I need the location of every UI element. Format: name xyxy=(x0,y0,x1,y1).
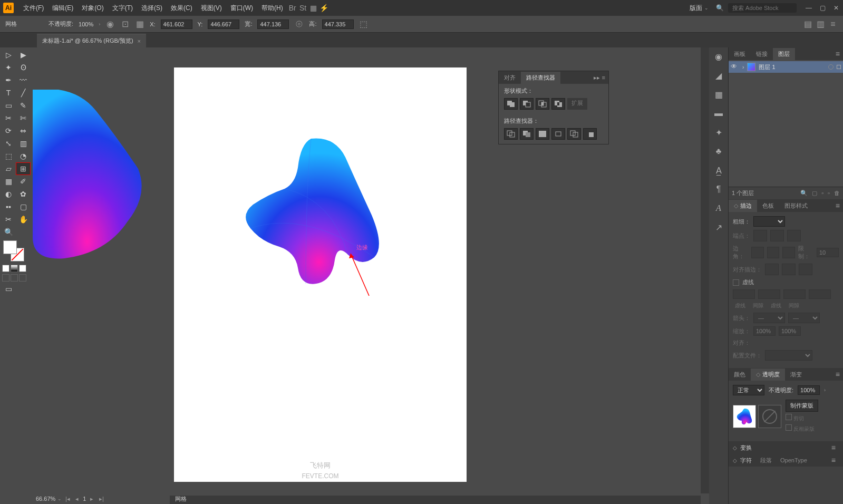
pen-tool[interactable]: ✒ xyxy=(1,74,16,86)
prefs-icon[interactable]: ▥ xyxy=(816,20,825,29)
document-tab[interactable]: 未标题-1.ai* @ 66.67% (RGB/预览) × xyxy=(37,34,146,47)
tab-links[interactable]: 链接 xyxy=(751,48,773,60)
search-stock-input[interactable] xyxy=(728,3,797,13)
glyphs-dock-icon[interactable]: A xyxy=(713,202,724,214)
last-page-icon[interactable]: ▸| xyxy=(98,496,105,502)
blend-tool[interactable]: ◐ xyxy=(1,188,16,200)
panel-collapse-icon[interactable]: ▸▸ xyxy=(594,74,600,81)
rectangle-tool[interactable]: ▭ xyxy=(1,99,16,112)
make-mask-button[interactable]: 制作蒙版 xyxy=(786,400,818,412)
symbols-dock-icon[interactable]: ✦ xyxy=(713,127,724,138)
link-wh-icon[interactable]: ⦾ xyxy=(294,20,304,29)
unite-button[interactable] xyxy=(504,98,518,110)
transform-icon[interactable]: ⊡ xyxy=(120,20,130,29)
tab-align[interactable]: 对齐 xyxy=(499,72,521,84)
gpu-icon[interactable]: ⚡ xyxy=(319,3,330,13)
shaper-tool[interactable]: ✂ xyxy=(1,112,16,124)
para-dock-icon[interactable]: ¶ xyxy=(713,183,724,195)
menu-effect[interactable]: 效果(C) xyxy=(167,4,197,13)
outline-button[interactable] xyxy=(567,128,581,140)
crop-icon[interactable]: ⬚ xyxy=(359,20,369,29)
minus-back-button[interactable] xyxy=(583,128,597,140)
stock-icon[interactable]: St xyxy=(298,3,308,13)
selection-tool[interactable]: ▷ xyxy=(1,49,16,61)
horizontal-scrollbar[interactable] xyxy=(170,496,701,504)
transform-panel-header[interactable]: ◇ 变换 ≡ xyxy=(729,441,843,454)
screen-mode-tool[interactable]: ▭ xyxy=(1,283,16,295)
tab-gradient[interactable]: 渐变 xyxy=(785,369,807,381)
tab-color[interactable]: 颜色 xyxy=(729,369,751,381)
tab-artboards[interactable]: 画板 xyxy=(729,48,751,60)
exclude-button[interactable] xyxy=(551,98,565,110)
panel-menu-icon[interactable]: ≡ xyxy=(831,443,839,452)
magic-wand-tool[interactable]: ✦ xyxy=(1,61,16,74)
color-mode-gradient[interactable] xyxy=(11,265,18,272)
prev-page-icon[interactable]: ◂ xyxy=(73,496,81,502)
menu-view[interactable]: 视图(V) xyxy=(197,4,226,13)
rotate-tool[interactable]: ⟳ xyxy=(1,124,16,137)
target-icon[interactable] xyxy=(828,64,834,70)
layer-name[interactable]: 图层 1 xyxy=(759,63,825,71)
new-layer-icon[interactable]: ▫ xyxy=(828,190,830,197)
draw-inside[interactable] xyxy=(19,274,26,282)
scale-end[interactable] xyxy=(779,326,801,336)
color-mode-none[interactable] xyxy=(19,265,26,272)
merge-button[interactable] xyxy=(536,128,549,140)
cap-round[interactable] xyxy=(770,230,784,241)
export-dock-icon[interactable]: ↗ xyxy=(713,221,724,233)
page-number[interactable]: 1 xyxy=(83,496,86,502)
dash-1[interactable] xyxy=(733,289,755,299)
color-guide-dock-icon[interactable]: ◢ xyxy=(713,70,724,81)
align-outside[interactable] xyxy=(799,264,812,275)
opentype-label[interactable]: OpenType xyxy=(780,457,807,463)
chevron-right-icon[interactable]: › xyxy=(99,22,100,27)
locate-icon[interactable]: 🔍 xyxy=(800,190,808,197)
vertical-scrollbar[interactable] xyxy=(701,47,709,493)
panel-menu-icon[interactable]: ≡ xyxy=(831,456,839,464)
tab-pathfinder[interactable]: 路径查找器 xyxy=(521,72,560,84)
workspace-switcher[interactable]: 版面 ⌄ xyxy=(686,4,712,13)
y-input[interactable] xyxy=(208,20,239,29)
type-tool[interactable]: T xyxy=(1,86,16,99)
reflect-tool[interactable]: ⇔ xyxy=(16,124,31,137)
gradient-tool[interactable]: ▦ xyxy=(1,175,16,188)
hand-tool[interactable]: ✋ xyxy=(16,213,31,226)
color-mode-solid[interactable] xyxy=(2,265,9,272)
minus-front-button[interactable] xyxy=(520,98,534,110)
fill-stroke-swatch[interactable] xyxy=(3,240,24,261)
panel-menu-icon[interactable]: ≡ xyxy=(836,370,843,379)
next-page-icon[interactable]: ▸ xyxy=(88,496,95,502)
object-thumbnail[interactable] xyxy=(733,405,756,428)
stroke-dock-icon[interactable]: ♣ xyxy=(713,146,724,157)
panel-menu-icon[interactable]: ≡ xyxy=(836,50,843,58)
column-graph-tool[interactable]: ▪▪ xyxy=(1,200,16,213)
bridge-icon[interactable]: Br xyxy=(287,3,298,13)
zoom-level[interactable]: 66.67% xyxy=(36,496,55,502)
dashed-checkbox[interactable] xyxy=(733,279,739,286)
doc-setup-icon[interactable]: ▤ xyxy=(803,20,812,29)
opacity-input[interactable] xyxy=(798,385,820,395)
curvature-tool[interactable]: 〰 xyxy=(16,74,31,86)
clip-mask-icon[interactable]: ▢ xyxy=(812,190,817,197)
artboard-tool[interactable]: ▢ xyxy=(16,200,31,213)
delete-layer-icon[interactable]: 🗑 xyxy=(834,190,840,197)
scale-tool[interactable]: ⤡ xyxy=(1,137,16,150)
brushes-dock-icon[interactable]: ▬ xyxy=(713,108,724,119)
chevron-right-icon[interactable]: › xyxy=(824,387,826,393)
zoom-tool[interactable]: 🔍 xyxy=(1,226,16,238)
divide-button[interactable] xyxy=(504,128,518,140)
para-label[interactable]: 段落 xyxy=(760,457,772,464)
minimize-button[interactable]: — xyxy=(805,4,812,12)
blend-mode-select[interactable]: 正常 xyxy=(733,385,764,395)
panel-menu-icon[interactable]: ≡ xyxy=(602,74,605,81)
h-input[interactable] xyxy=(322,20,354,29)
align-center[interactable] xyxy=(765,264,779,275)
scissors-tool[interactable]: ✄ xyxy=(16,112,31,124)
free-transform-tool[interactable]: ⬚ xyxy=(1,150,16,162)
draw-normal[interactable] xyxy=(2,274,9,282)
menu-help[interactable]: 帮助(H) xyxy=(257,4,287,13)
shape-builder-tool[interactable]: ◔ xyxy=(16,150,31,162)
intersect-button[interactable] xyxy=(536,98,549,110)
corner-miter[interactable] xyxy=(751,247,763,258)
x-input[interactable] xyxy=(161,20,192,29)
